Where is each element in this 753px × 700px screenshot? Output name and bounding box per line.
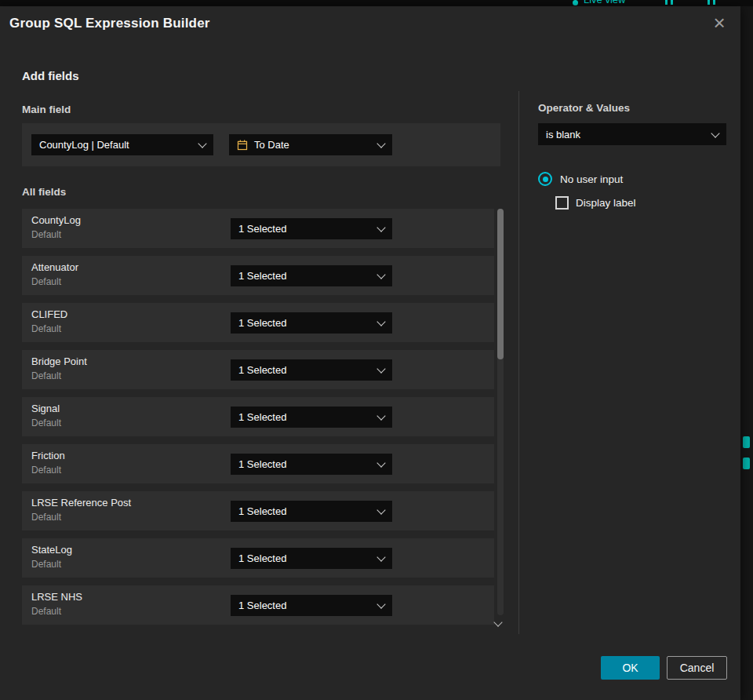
dropdown-value: is blank xyxy=(546,129,580,140)
field-subtitle: Default xyxy=(31,606,82,617)
field-row: LRSE Reference PostDefault1 Selected xyxy=(22,491,494,530)
dropdown-value: 1 Selected xyxy=(238,411,286,423)
field-name: CLIFED xyxy=(31,308,67,320)
app-right-strip xyxy=(740,6,753,700)
field-values-dropdown[interactable]: 1 Selected xyxy=(231,407,392,428)
field-text: CLIFEDDefault xyxy=(31,308,67,334)
chevron-down-icon xyxy=(198,139,206,148)
no-user-input-radio[interactable]: No user input xyxy=(538,172,623,186)
all-fields-label: All fields xyxy=(22,186,66,198)
field-text: FrictionDefault xyxy=(31,450,65,476)
pause-icon xyxy=(708,0,710,5)
chevron-down-icon xyxy=(376,411,385,420)
cancel-button[interactable]: Cancel xyxy=(667,656,727,680)
pause-icon xyxy=(713,0,715,5)
field-subtitle: Default xyxy=(31,229,81,240)
field-name: LRSE Reference Post xyxy=(31,497,131,509)
chevron-down-icon xyxy=(376,317,385,326)
main-field-label: Main field xyxy=(22,104,71,115)
field-row: CountyLogDefault1 Selected xyxy=(22,209,494,248)
app-topbar: Live view xyxy=(0,0,753,6)
radio-selected-icon xyxy=(538,172,552,186)
field-values-dropdown[interactable]: 1 Selected xyxy=(231,359,392,381)
field-values-dropdown[interactable]: 1 Selected xyxy=(231,312,392,334)
field-name: Attenuator xyxy=(31,261,78,273)
dropdown-value: CountyLog | Default xyxy=(39,139,129,151)
field-subtitle: Default xyxy=(31,276,78,287)
scrollbar-thumb[interactable] xyxy=(497,209,504,359)
field-values-dropdown[interactable]: 1 Selected xyxy=(231,501,392,522)
field-text: StateLogDefault xyxy=(31,544,72,570)
dropdown-value: 1 Selected xyxy=(238,600,286,611)
field-name: Bridge Point xyxy=(31,355,87,367)
chevron-down-icon xyxy=(376,139,385,148)
dropdown-value: 1 Selected xyxy=(238,552,286,564)
field-subtitle: Default xyxy=(31,323,67,334)
dropdown-value: 1 Selected xyxy=(238,270,286,282)
chevron-down-icon xyxy=(711,129,719,137)
dropdown-value: To Date xyxy=(254,139,289,151)
field-text: CountyLogDefault xyxy=(31,214,81,240)
main-field-panel: CountyLog | Default To Date xyxy=(22,123,500,166)
operator-values-label: Operator & Values xyxy=(538,102,630,114)
radio-label: No user input xyxy=(560,173,623,185)
dropdown-value: 1 Selected xyxy=(238,317,286,329)
live-view-dot-icon xyxy=(573,0,578,5)
chevron-down-icon xyxy=(376,458,385,467)
field-name: LRSE NHS xyxy=(31,591,82,603)
operator-dropdown[interactable]: is blank xyxy=(538,123,726,145)
field-name: Friction xyxy=(31,450,65,461)
field-values-dropdown[interactable]: 1 Selected xyxy=(231,218,392,239)
field-type-dropdown[interactable]: To Date xyxy=(229,134,392,155)
dropdown-value: 1 Selected xyxy=(238,364,286,376)
field-name: CountyLog xyxy=(31,214,81,226)
chevron-down-icon xyxy=(376,223,385,232)
field-text: SignalDefault xyxy=(31,403,61,428)
dropdown-value: 1 Selected xyxy=(238,505,286,517)
close-icon[interactable]: × xyxy=(708,9,731,36)
main-field-dropdown[interactable]: CountyLog | Default xyxy=(31,134,213,155)
field-row: CLIFEDDefault1 Selected xyxy=(22,303,494,342)
live-view-label: Live view xyxy=(584,0,625,5)
field-subtitle: Default xyxy=(31,417,61,428)
pause-icon xyxy=(671,0,673,5)
chevron-down-icon xyxy=(376,364,385,373)
field-text: LRSE NHSDefault xyxy=(31,591,82,617)
list-scrollbar[interactable] xyxy=(497,209,504,615)
dropdown-value: 1 Selected xyxy=(238,458,286,470)
dialog-title: Group SQL Expression Builder xyxy=(9,16,210,31)
scroll-down-icon[interactable] xyxy=(495,619,502,626)
field-row: FrictionDefault1 Selected xyxy=(22,444,494,483)
field-name: StateLog xyxy=(31,544,72,556)
all-fields-list: CountyLogDefault1 SelectedAttenuatorDefa… xyxy=(22,209,494,633)
checkbox-label: Display label xyxy=(576,197,636,209)
field-name: Signal xyxy=(31,403,61,414)
field-row: LRSE NHSDefault1 Selected xyxy=(22,585,494,625)
display-label-checkbox[interactable]: Display label xyxy=(555,196,636,210)
field-values-dropdown[interactable]: 1 Selected xyxy=(231,454,392,475)
dropdown-value: 1 Selected xyxy=(238,223,286,235)
chevron-down-icon xyxy=(376,552,385,561)
chevron-down-icon xyxy=(376,505,385,514)
sql-expression-builder-dialog: Group SQL Expression Builder × Add field… xyxy=(0,6,740,700)
field-row: SignalDefault1 Selected xyxy=(22,397,494,436)
chevron-down-icon xyxy=(376,600,385,608)
calendar-icon xyxy=(237,140,248,151)
field-text: AttenuatorDefault xyxy=(31,261,78,287)
field-row: AttenuatorDefault1 Selected xyxy=(22,256,494,295)
field-subtitle: Default xyxy=(31,465,65,476)
field-subtitle: Default xyxy=(31,370,87,381)
field-subtitle: Default xyxy=(31,559,72,570)
field-row: Bridge PointDefault1 Selected xyxy=(22,350,494,389)
field-text: Bridge PointDefault xyxy=(31,355,87,381)
field-values-dropdown[interactable]: 1 Selected xyxy=(231,265,392,286)
pause-icon xyxy=(665,0,668,5)
ok-button[interactable]: OK xyxy=(601,656,660,680)
field-text: LRSE Reference PostDefault xyxy=(31,497,131,523)
field-row: StateLogDefault1 Selected xyxy=(22,538,494,578)
field-values-dropdown[interactable]: 1 Selected xyxy=(231,595,392,616)
tool-icon xyxy=(743,436,750,448)
chevron-down-icon xyxy=(376,270,385,279)
field-values-dropdown[interactable]: 1 Selected xyxy=(231,548,392,569)
tool-icon xyxy=(743,458,750,469)
